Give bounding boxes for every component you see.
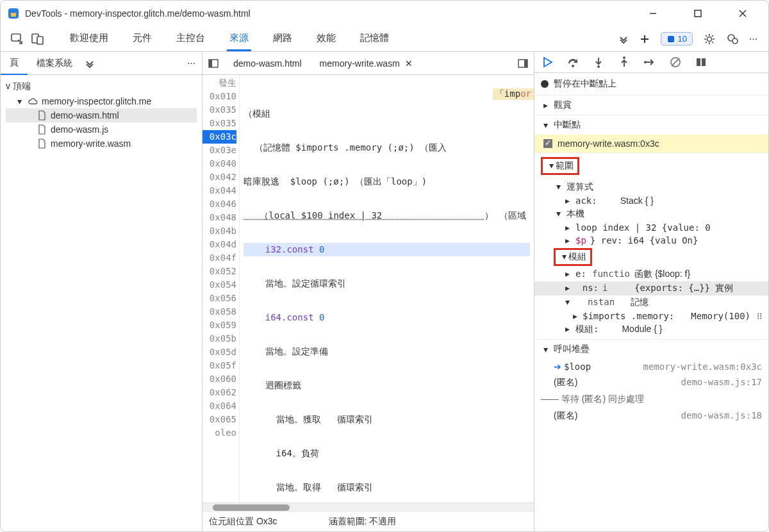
debugger-pane: 暫停在中斷點上 觀賞 中斷點 memory-write.wasm:0x3c 範圍…: [534, 52, 768, 531]
svg-point-19: [572, 65, 574, 67]
close-button[interactable]: [730, 4, 756, 23]
minimize-button[interactable]: [640, 4, 666, 23]
status-coverage: 涵蓋範圍: 不適用: [329, 516, 397, 528]
svg-rect-6: [12, 34, 21, 41]
step-icon[interactable]: [643, 56, 656, 69]
tree-file-demo-js[interactable]: demo-wasm.js: [6, 122, 197, 137]
svg-point-21: [597, 65, 600, 68]
titlebar: DevTools - memory-inspector.glitch.me/de…: [1, 1, 768, 26]
toggle-debug-icon[interactable]: [512, 54, 534, 73]
tree-file-demo-html[interactable]: demo-wasm.html: [6, 108, 197, 122]
tab-sources[interactable]: 來源: [227, 27, 251, 51]
callstack-frame-2[interactable]: (匿名)demo-wasm.js:18: [534, 408, 768, 424]
window-title: DevTools - memory-inspector.glitch.me/de…: [25, 8, 640, 19]
tree-file-wasm[interactable]: memory-write.wasm: [6, 137, 197, 151]
file-icon: [37, 138, 47, 149]
more-tabs-icon[interactable]: [618, 34, 629, 44]
svg-rect-28: [697, 58, 700, 66]
svg-rect-29: [702, 58, 706, 66]
gutter: 發生 0x010 0x035 0x035 0x03c 0x03e 0x040 0…: [203, 75, 240, 503]
resume-icon[interactable]: [541, 56, 554, 69]
nav-kebab-icon[interactable]: ⋯: [181, 53, 202, 73]
scope-loopindex[interactable]: loop index | 32 {value: 0: [534, 221, 768, 234]
nav-more-chevron-icon[interactable]: [81, 54, 98, 73]
svg-point-23: [623, 56, 625, 59]
editor-tabbar: demo-wasm.html memory-write.wasm ✕: [203, 52, 534, 75]
tab-console[interactable]: 主控台: [174, 27, 208, 51]
editor-horizontal-scrollbar[interactable]: [203, 503, 534, 511]
editor-pane: demo-wasm.html memory-write.wasm ✕ 發生 0x…: [203, 52, 534, 531]
nav-tab-page[interactable]: 頁: [1, 52, 28, 75]
file-icon: [37, 124, 47, 135]
status-byte-offset: 位元組位置 Ox3c: [209, 516, 277, 528]
pause-exceptions-icon[interactable]: [695, 56, 707, 69]
toggle-nav-icon[interactable]: [203, 54, 224, 73]
editor-tab-wasm[interactable]: memory-write.wasm ✕: [311, 53, 422, 74]
scope-instance[interactable]: ns:i{exports: {…}} 實例: [534, 281, 768, 295]
tab-network[interactable]: 網路: [270, 27, 295, 51]
main-tabbar: 歡迎使用 元件 主控台 來源 網路 效能 記憶體 10 ⋯: [1, 26, 768, 52]
svg-rect-8: [37, 37, 43, 44]
breakpoint-item[interactable]: memory-write.wasm:0x3c: [534, 135, 768, 153]
tree-top-frame[interactable]: v 頂端: [6, 79, 197, 94]
breakpoint-checkbox[interactable]: [543, 139, 552, 148]
step-over-icon[interactable]: [566, 56, 579, 69]
maximize-button[interactable]: [685, 4, 711, 23]
section-callstack[interactable]: 呼叫堆疊: [534, 339, 768, 359]
navigator-tabs: 頁 檔案系統 ⋯: [1, 52, 202, 75]
section-watch[interactable]: 觀賞: [534, 95, 768, 115]
code-editor[interactable]: 發生 0x010 0x035 0x035 0x03c 0x03e 0x040 0…: [203, 75, 534, 503]
svg-rect-11: [668, 36, 674, 42]
scope-imports-memory[interactable]: $imports .memory:Memory(100)⁝⁝: [534, 310, 768, 322]
scope-p[interactable]: $p} rev: i64 {valu On}: [534, 234, 768, 247]
tab-welcome[interactable]: 歡迎使用: [67, 27, 111, 51]
scope-module-obj[interactable]: 模組:Module { }: [534, 322, 768, 337]
tab-memory[interactable]: 記憶體: [358, 27, 392, 51]
kebab-menu-icon[interactable]: ⋯: [749, 34, 759, 44]
callstack-frame-1[interactable]: (匿名)demo-wasm.js:17: [534, 374, 768, 391]
chevron-down-icon: [15, 96, 24, 106]
svg-point-12: [707, 37, 712, 41]
paused-dot-icon: [541, 80, 549, 88]
devtools-icon: [7, 7, 20, 20]
inspect-icon[interactable]: [10, 32, 24, 46]
editor-statusbar: 位元組位置 Ox3c 涵蓋範圍: 不適用: [203, 511, 534, 531]
svg-line-27: [672, 58, 679, 66]
window-controls: [640, 4, 762, 23]
scope-module-header[interactable]: 模組: [534, 247, 768, 267]
section-breakpoints[interactable]: 中斷點: [534, 115, 768, 135]
device-toggle-icon[interactable]: [31, 32, 45, 46]
memory-inspect-icon[interactable]: ⁝⁝: [757, 311, 762, 321]
svg-point-25: [644, 61, 647, 63]
svg-point-14: [732, 38, 738, 44]
scope-stack[interactable]: ack:Stack { }: [534, 194, 768, 207]
issues-badge[interactable]: 10: [661, 32, 693, 46]
scope-expression[interactable]: 運算式: [534, 180, 768, 194]
step-into-icon[interactable]: [592, 56, 605, 69]
settings-icon[interactable]: [703, 33, 716, 46]
tree-origin[interactable]: memory-inspector.glitch.me: [6, 94, 197, 108]
svg-rect-18: [524, 60, 527, 67]
code-content[interactable]: 「impor （模組 （記憶體 $imports .memory (;ø;) （…: [240, 75, 534, 503]
svg-rect-3: [695, 10, 701, 17]
scope-functions[interactable]: e:functio函數 {$loop: f}: [534, 267, 768, 281]
section-scope[interactable]: 範圍: [534, 153, 768, 179]
add-icon[interactable]: [639, 33, 650, 45]
callstack-async-boundary: —— 等待 (匿名) 同步處理: [534, 391, 768, 408]
nav-tab-filesystem[interactable]: 檔案系統: [28, 53, 81, 74]
tab-performance[interactable]: 效能: [314, 27, 338, 51]
svg-rect-16: [209, 60, 212, 67]
svg-rect-1: [11, 13, 16, 17]
close-tab-icon[interactable]: ✕: [405, 58, 413, 69]
tab-elements[interactable]: 元件: [130, 27, 154, 51]
scope-highlight-box: 範圍: [541, 157, 579, 175]
scope-nstan[interactable]: nstan記憶: [534, 295, 768, 310]
scope-local[interactable]: 本機: [534, 207, 768, 221]
step-out-icon[interactable]: [618, 56, 631, 69]
file-icon: [37, 110, 47, 121]
feedback-icon[interactable]: [726, 33, 739, 46]
callstack-frame-0[interactable]: ➔$loopmemory-write.wasm:0x3c: [534, 359, 768, 374]
deactivate-bp-icon[interactable]: [669, 56, 682, 69]
top-hint-badge: 「impor: [493, 88, 534, 100]
editor-tab-html[interactable]: demo-wasm.html: [224, 53, 311, 74]
